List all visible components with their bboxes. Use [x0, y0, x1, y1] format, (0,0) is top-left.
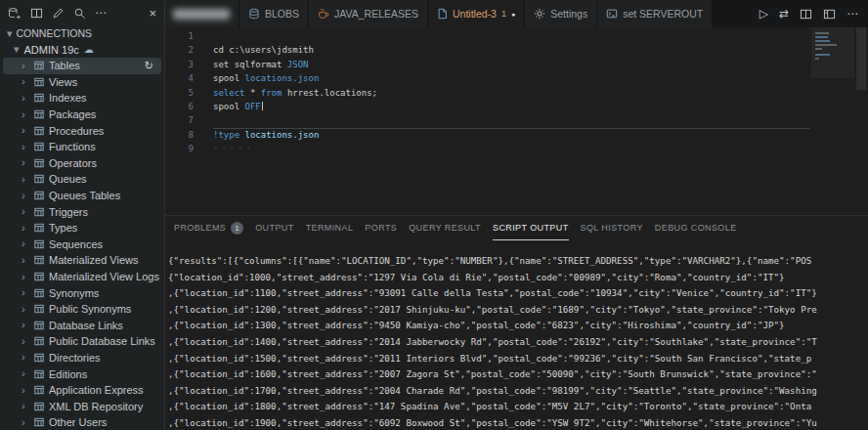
code-text [201, 113, 213, 127]
code-line: 4spool locations.json [164, 71, 811, 85]
panel-tab-label: SQL HISTORY [581, 223, 643, 233]
sidebar-item-views[interactable]: ›Views [0, 74, 164, 91]
tree-item-label: Packages [49, 108, 96, 120]
chevron-right-icon: › [22, 174, 31, 185]
output-line: ,{"location_id":1900,"street_address":"6… [168, 415, 868, 430]
sidebar-item-sequences[interactable]: ›Sequences [0, 236, 164, 253]
sidebar-item-triggers[interactable]: ›Triggers [0, 203, 164, 220]
connections-section-header[interactable]: ▾ CONNECTIONS [0, 25, 164, 41]
refresh-icon[interactable]: ↻ [145, 60, 153, 72]
code-line: 5select * from hrrest.locations; [164, 86, 811, 100]
panel-tab-label: PROBLEMS [174, 223, 226, 233]
tab-java-releases[interactable]: JAVA_RELEASES [309, 0, 428, 27]
panel-tab-ports[interactable]: PORTS [365, 216, 397, 240]
line-number: 7 [164, 113, 201, 127]
split-icon[interactable] [30, 7, 43, 20]
search-icon[interactable] [73, 7, 86, 20]
connection-tree: ›Tables↻›Views›Indexes›Packages›Procedur… [0, 58, 164, 430]
chevron-right-icon: › [22, 287, 31, 298]
sidebar-item-tables[interactable]: ›Tables↻ [3, 58, 161, 74]
connection-admin-19c[interactable]: ▾ ADMIN 19c ☁ [0, 41, 164, 58]
sidebar-item-public-synonyms[interactable]: ›Public Synonyms [0, 301, 164, 318]
output-line: ,{"location_id":1800,"street_address":"1… [168, 399, 868, 415]
sidebar-item-materialized-view-logs[interactable]: ›Materialized View Logs [0, 269, 164, 285]
pencil-icon[interactable] [52, 7, 65, 20]
table-icon [34, 77, 44, 87]
tree-item-label: Directories [49, 352, 101, 364]
chevron-right-icon: › [22, 109, 31, 120]
open-changes-icon[interactable]: ⇄ [779, 8, 789, 20]
script-output-content[interactable]: {"results":[{"columns":[{"name":"LOCATIO… [164, 241, 868, 430]
panel-tab-query-result[interactable]: QUERY RESULT [409, 216, 481, 240]
chevron-right-icon: › [22, 223, 31, 234]
scrollbar-thumb[interactable] [856, 27, 866, 90]
sidebar-item-queues-tables[interactable]: ›Queues Tables [0, 188, 164, 204]
code-text: ····· [201, 142, 254, 155]
close-icon[interactable]: × [149, 7, 156, 20]
line-number: 1 [164, 29, 201, 43]
code-editor[interactable]: 12cd c:\users\jdsmith3set sqlformat JSON… [164, 27, 868, 215]
panel-tab-problems[interactable]: PROBLEMS1 [174, 216, 243, 240]
problems-count-badge: 1 [231, 222, 243, 235]
editor-actions: ▷⇄⋯ [750, 0, 868, 27]
code-token: locations.json [239, 130, 319, 140]
panel-tab-script-output[interactable]: SCRIPT OUTPUT [493, 216, 569, 240]
sidebar-item-materialized-views[interactable]: ›Materialized Views [0, 252, 164, 269]
tree-item-label: XML DB Repository [49, 401, 143, 412]
more-icon[interactable]: ⋯ [95, 7, 107, 19]
sidebar-item-functions[interactable]: ›Functions [0, 139, 164, 155]
sidebar-item-types[interactable]: ›Types [0, 220, 164, 236]
chevron-right-icon: › [22, 191, 31, 201]
editor-scrollbar[interactable] [854, 27, 868, 215]
tab-settings[interactable]: Settings [525, 0, 597, 27]
output-line: ,{"location_id":1300,"street_address":"9… [168, 318, 868, 334]
code-text [201, 29, 213, 43]
sidebar-item-other-users[interactable]: ›Other Users [0, 414, 164, 430]
tree-item-label: Public Database Links [49, 335, 155, 347]
more-icon[interactable]: ⋯ [846, 8, 858, 20]
tab-set-serverout[interactable]: set SERVEROUT [597, 0, 713, 27]
sidebar-item-queues[interactable]: ›Queues [0, 171, 164, 188]
code-token: locations.json [245, 73, 320, 83]
redacted-tab-label [173, 9, 230, 20]
code-line: 3set sqlformat JSON [164, 58, 811, 71]
minimap-slider[interactable] [811, 27, 854, 78]
sidebar-item-public-database-links[interactable]: ›Public Database Links [0, 333, 164, 350]
tab-blobs[interactable]: BLOBS [239, 0, 309, 27]
sidebar-item-database-links[interactable]: ›Database Links [0, 318, 164, 334]
sidebar-item-application-express[interactable]: ›Application Express [0, 382, 164, 399]
tab-error-count: 1 [501, 9, 506, 19]
split-editor-icon[interactable] [800, 8, 812, 21]
table-icon [34, 142, 44, 151]
run-icon[interactable]: ▷ [760, 8, 768, 20]
text-cursor [262, 102, 263, 110]
panel-tab-output[interactable]: OUTPUT [255, 216, 293, 240]
panel-tab-terminal[interactable]: TERMINAL [306, 216, 354, 240]
tree-item-label: Views [49, 76, 77, 88]
sidebar-item-operators[interactable]: ›Operators [0, 155, 164, 172]
code-line: 6spool OFF [164, 100, 811, 113]
sidebar-item-xml-db-repository[interactable]: ›XML DB Repository [0, 398, 164, 414]
code-token: from [261, 88, 282, 98]
code-text: spool OFF [201, 100, 263, 113]
sidebar-item-indexes[interactable]: ›Indexes [0, 90, 164, 107]
panel-tab-sql-history[interactable]: SQL HISTORY [581, 216, 643, 240]
database-add-icon[interactable] [8, 7, 22, 20]
connection-label: ADMIN 19c [24, 44, 79, 56]
sidebar-item-packages[interactable]: ›Packages [0, 107, 164, 123]
sidebar-item-synonyms[interactable]: ›Synonyms [0, 284, 164, 301]
table-icon [34, 158, 44, 168]
tab-redacted[interactable] [164, 0, 239, 27]
table-icon [34, 191, 44, 200]
sidebar-item-editions[interactable]: ›Editions [0, 366, 164, 382]
panel-tab-label: SCRIPT OUTPUT [493, 223, 569, 233]
layout-icon[interactable] [823, 8, 836, 21]
tree-item-label: Indexes [49, 92, 87, 104]
sidebar-item-procedures[interactable]: ›Procedures [0, 122, 164, 139]
minimap[interactable] [811, 27, 854, 215]
sidebar-toolbar: ⋯× [0, 0, 164, 25]
code-line: 7 [164, 113, 811, 127]
sidebar-item-directories[interactable]: ›Directories [0, 350, 164, 366]
panel-tab-debug-console[interactable]: DEBUG CONSOLE [655, 216, 737, 240]
tab-untitled-3[interactable]: Untitled-31● [428, 0, 525, 27]
